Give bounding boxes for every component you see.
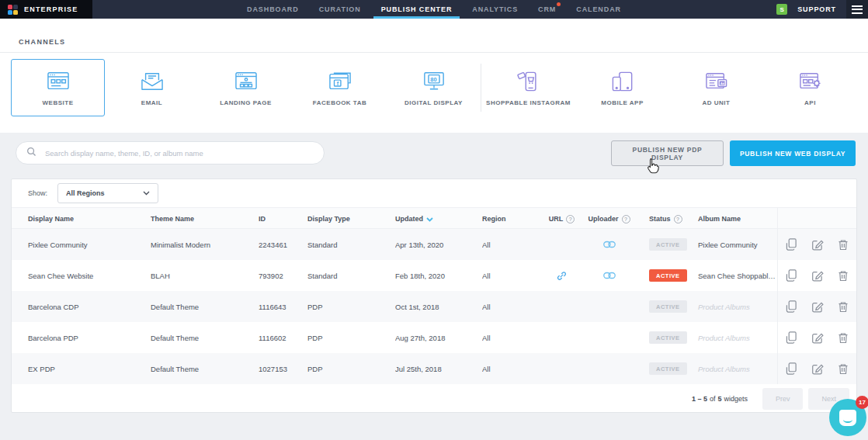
website-icon xyxy=(45,70,71,93)
column-header-updated: Updated xyxy=(395,215,482,223)
search-icon xyxy=(26,146,36,160)
edit-icon[interactable] xyxy=(811,363,824,375)
svg-text:80: 80 xyxy=(430,75,436,82)
facebook-tab-icon: f xyxy=(327,70,353,93)
nav-item-curation[interactable]: CURATION xyxy=(319,0,361,19)
cell-display-type: PDP xyxy=(307,334,395,342)
table-header-row: Display NameTheme NameIDDisplay TypeUpda… xyxy=(12,207,856,229)
avatar[interactable]: S xyxy=(776,4,787,15)
table-row: Sean Chee WebsiteBLAH793902StandardFeb 1… xyxy=(12,260,856,291)
table-row: Barcelona PDPDefault Theme1116602PDPAug … xyxy=(12,322,856,353)
uploader-link-icon[interactable] xyxy=(603,272,616,279)
region-select[interactable]: All Regions xyxy=(57,183,158,203)
ad-unit-icon: Ad xyxy=(703,70,730,93)
cell-display-name: Pixlee Community xyxy=(12,241,151,249)
nav-item-label: PUBLISH CENTER xyxy=(381,5,453,13)
trash-icon[interactable] xyxy=(838,332,849,344)
edit-icon[interactable] xyxy=(811,239,824,251)
column-header-display-name: Display Name xyxy=(12,215,151,223)
top-bar: ENTERPRISE DASHBOARDCURATIONPUBLISH CENT… xyxy=(0,0,868,19)
uploader-link-icon[interactable] xyxy=(603,241,616,248)
column-header-album-name: Album Name xyxy=(687,215,777,223)
channel-ad-unit[interactable]: AdAD UNIT xyxy=(669,59,763,116)
row-actions xyxy=(777,260,856,291)
row-actions xyxy=(777,229,856,260)
trash-icon[interactable] xyxy=(838,301,849,313)
channel-mobile-app[interactable]: MOBILE APP xyxy=(575,59,669,116)
cell-theme-name: Minimalist Modern xyxy=(151,241,259,249)
cell-updated: Aug 27th, 2018 xyxy=(395,334,482,342)
column-header-label: Uploader xyxy=(588,215,618,223)
row-actions xyxy=(777,291,856,322)
publish-new-web-display-button[interactable]: PUBLISH NEW WEB DISPLAY xyxy=(730,140,856,166)
search-input[interactable] xyxy=(43,148,314,158)
cell-region: All xyxy=(482,365,544,373)
nav-item-analytics[interactable]: ANALYTICS xyxy=(472,0,518,19)
trash-icon[interactable] xyxy=(838,270,849,282)
chevron-down-icon xyxy=(143,189,150,197)
menu-icon[interactable] xyxy=(846,0,868,19)
region-select-value: All Regions xyxy=(66,189,105,197)
cell-album-name: Product Albums xyxy=(687,303,777,311)
chat-launcher[interactable]: 17 xyxy=(829,399,866,436)
copy-icon[interactable] xyxy=(786,269,797,282)
nav-item-dashboard[interactable]: DASHBOARD xyxy=(247,0,299,19)
cell-display-name: Sean Chee Website xyxy=(12,272,151,280)
support-link[interactable]: SUPPORT xyxy=(797,5,836,13)
channel-website[interactable]: WEBSITE xyxy=(11,59,105,116)
cell-status: ACTIVE xyxy=(639,300,687,313)
channel-facebook-tab[interactable]: fFACEBOOK TAB xyxy=(293,59,387,116)
channels-heading: CHANNELS xyxy=(19,38,65,46)
status-badge: ACTIVE xyxy=(649,331,687,344)
cell-album-name: Pixlee Community xyxy=(687,241,777,249)
column-header-label: URL xyxy=(549,215,564,223)
cell-theme-name: BLAH xyxy=(151,272,259,280)
help-icon[interactable]: ? xyxy=(566,215,575,223)
status-badge: ACTIVE xyxy=(649,238,687,251)
nav-item-calendar[interactable]: CALENDAR xyxy=(576,0,621,19)
channel-email[interactable]: EMAIL xyxy=(105,59,199,116)
cell-id: 793902 xyxy=(259,272,307,280)
copy-icon[interactable] xyxy=(786,300,797,313)
brand-name: ENTERPRISE xyxy=(24,5,78,13)
help-icon[interactable]: ? xyxy=(622,215,630,223)
publish-new-pdp-display-button[interactable]: PUBLISH NEW PDP DISPLAY xyxy=(611,140,724,166)
table-row: EX PDPDefault Theme1027153PDPJul 25th, 2… xyxy=(12,353,856,384)
sort-desc-icon[interactable] xyxy=(426,217,433,222)
channel-shoppable-instagram[interactable]: SHOPPABLE INSTAGRAM xyxy=(481,59,575,116)
column-header-label: Album Name xyxy=(698,215,741,223)
cell-region: All xyxy=(482,272,544,280)
cell-status: ACTIVE xyxy=(639,362,687,375)
copy-icon[interactable] xyxy=(786,238,797,251)
column-header-label: ID xyxy=(259,215,266,223)
nav-item-publish-center[interactable]: PUBLISH CENTER xyxy=(381,0,453,19)
edit-icon[interactable] xyxy=(811,332,824,344)
show-label: Show: xyxy=(28,189,47,197)
cell-updated: Apr 13th, 2020 xyxy=(395,241,482,249)
row-actions xyxy=(777,353,856,384)
edit-icon[interactable] xyxy=(811,270,824,282)
edit-icon[interactable] xyxy=(811,301,824,313)
cell-display-name: Barcelona PDP xyxy=(12,334,151,342)
cell-display-type: Standard xyxy=(307,241,395,249)
copy-icon[interactable] xyxy=(786,331,797,344)
column-header-label: Display Type xyxy=(307,215,350,223)
trash-icon[interactable] xyxy=(838,239,849,251)
copy-icon[interactable] xyxy=(786,362,797,375)
mobile-app-icon xyxy=(609,70,636,93)
column-header-status: Status? xyxy=(639,215,687,223)
nav-item-crm[interactable]: CRM xyxy=(538,0,556,19)
help-icon[interactable]: ? xyxy=(674,215,682,223)
top-nav: DASHBOARDCURATIONPUBLISH CENTERANALYTICS… xyxy=(247,0,621,19)
cell-display-name: Barcelona CDP xyxy=(12,303,151,311)
channel-landing-page[interactable]: LANDING PAGE xyxy=(199,59,293,116)
trash-icon[interactable] xyxy=(838,363,849,375)
channel-digital-display[interactable]: 80DIGITAL DISPLAY xyxy=(387,59,481,116)
api-icon xyxy=(797,70,824,93)
url-link-icon[interactable] xyxy=(557,271,567,281)
prev-page-button[interactable]: Prev xyxy=(762,388,804,410)
channel-api[interactable]: API xyxy=(763,59,857,116)
column-header-uploader: Uploader? xyxy=(579,215,639,223)
search-box[interactable] xyxy=(16,141,325,165)
shoppable-instagram-icon xyxy=(516,70,542,93)
